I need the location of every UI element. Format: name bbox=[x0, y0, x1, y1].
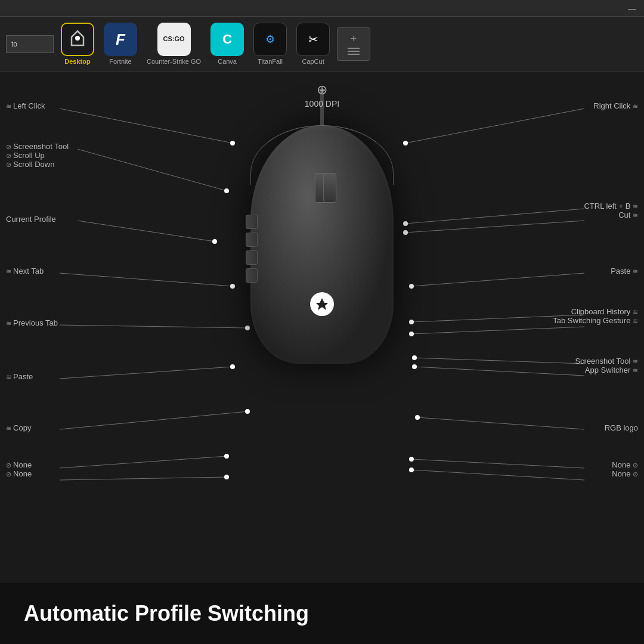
none-right-labels: None ⊘ None ⊘ bbox=[612, 460, 638, 478]
svg-line-3 bbox=[78, 149, 227, 191]
svg-point-22 bbox=[230, 141, 235, 145]
svg-point-35 bbox=[409, 320, 414, 324]
fortnite-icon: F bbox=[104, 23, 137, 56]
fortnite-label: Fortnite bbox=[109, 58, 131, 65]
current-profile-label: Current Profile bbox=[6, 213, 56, 224]
svg-line-5 bbox=[60, 273, 233, 286]
add-profile-button[interactable]: + bbox=[337, 27, 370, 61]
svg-line-8 bbox=[60, 411, 247, 429]
profile-csgo[interactable]: CS:GO Counter-Strike GO bbox=[144, 21, 203, 66]
svg-point-33 bbox=[403, 230, 408, 235]
svg-point-23 bbox=[224, 188, 229, 193]
svg-point-34 bbox=[409, 284, 414, 289]
titanfall-label: TitanFall bbox=[258, 58, 283, 65]
svg-line-10 bbox=[60, 477, 227, 480]
svg-line-7 bbox=[60, 367, 233, 379]
svg-point-40 bbox=[409, 457, 414, 462]
svg-point-26 bbox=[245, 326, 250, 330]
titlebar: — bbox=[0, 0, 644, 17]
rgb-logo-label: RGB logo bbox=[605, 422, 638, 433]
copy-label: ≋ Copy bbox=[6, 422, 31, 433]
svg-point-30 bbox=[224, 475, 229, 479]
canva-label: Canva bbox=[218, 58, 237, 65]
none-left-labels: ⊘ None ⊘ None bbox=[6, 460, 32, 478]
svg-point-28 bbox=[245, 409, 250, 414]
svg-line-2 bbox=[60, 109, 233, 143]
svg-point-36 bbox=[409, 332, 414, 336]
svg-point-37 bbox=[412, 355, 417, 360]
profile-capcut[interactable]: ✂ CapCut bbox=[294, 21, 332, 66]
desktop-icon bbox=[61, 23, 94, 56]
svg-line-4 bbox=[78, 221, 215, 242]
svg-point-27 bbox=[230, 364, 235, 369]
svg-point-38 bbox=[412, 364, 417, 369]
paste-left-label: ≋ Paste bbox=[6, 371, 33, 382]
csgo-label: Counter-Strike GO bbox=[147, 58, 201, 65]
screenshot-appswitcher-labels: Screenshot Tool ≋ App Switcher ≋ bbox=[575, 357, 638, 374]
capcut-icon: ✂ bbox=[296, 23, 330, 56]
svg-line-13 bbox=[405, 221, 584, 233]
svg-point-29 bbox=[224, 454, 229, 459]
svg-line-19 bbox=[417, 417, 584, 429]
svg-point-31 bbox=[403, 141, 408, 145]
svg-line-17 bbox=[414, 358, 584, 364]
ctrl-cut-labels: CTRL left + B ≋ Cut ≋ bbox=[584, 202, 638, 219]
profile-desktop[interactable]: Desktop bbox=[58, 21, 97, 66]
dpi-value: 1000 DPI bbox=[305, 99, 339, 109]
svg-point-25 bbox=[230, 284, 235, 289]
plus-icon: + bbox=[351, 33, 357, 45]
bottom-section: Automatic Profile Switching bbox=[0, 583, 644, 644]
canva-icon: C bbox=[210, 23, 244, 56]
clipboard-tab-labels: Clipboard History ≋ Tab Switching Gestur… bbox=[553, 307, 638, 325]
screenshot-tool-label: ⊘ Screenshot Tool ⊘ Scroll Up ⊘ Scroll D… bbox=[6, 142, 69, 169]
crosshair-icon: ⊕ bbox=[317, 82, 327, 98]
search-input[interactable] bbox=[6, 35, 54, 53]
svg-line-16 bbox=[411, 327, 584, 334]
paste-right-label: Paste ≋ bbox=[611, 265, 638, 276]
svg-line-18 bbox=[414, 367, 584, 376]
next-tab-label: ≋ Next Tab bbox=[6, 265, 44, 276]
right-click-label: Right Click ≋ bbox=[593, 100, 638, 111]
left-click-label: ≋ Left Click bbox=[6, 100, 45, 111]
svg-line-14 bbox=[411, 273, 584, 286]
profile-titanfall[interactable]: ⚙ TitanFall bbox=[251, 21, 289, 66]
auto-profile-title: Automatic Profile Switching bbox=[24, 601, 620, 626]
svg-point-1 bbox=[75, 36, 80, 41]
svg-point-32 bbox=[403, 221, 408, 226]
dpi-display: ⊕ 1000 DPI bbox=[305, 82, 339, 109]
mouse-image bbox=[250, 101, 394, 364]
main-area: ⊕ 1000 DPI bbox=[0, 72, 644, 561]
svg-line-12 bbox=[405, 209, 584, 224]
desktop-label: Desktop bbox=[64, 58, 90, 65]
profile-bar: Desktop F Fortnite CS:GO Counter-Strike … bbox=[0, 17, 644, 72]
profile-fortnite[interactable]: F Fortnite bbox=[101, 21, 140, 66]
svg-point-24 bbox=[212, 239, 217, 244]
svg-line-6 bbox=[60, 325, 247, 328]
profile-canva[interactable]: C Canva bbox=[208, 21, 246, 66]
csgo-icon: CS:GO bbox=[157, 23, 191, 56]
svg-point-41 bbox=[409, 467, 414, 472]
svg-line-21 bbox=[411, 470, 584, 480]
previous-tab-label: ≋ Previous Tab bbox=[6, 317, 58, 328]
svg-line-20 bbox=[411, 459, 584, 468]
svg-point-39 bbox=[415, 415, 420, 420]
minimize-button[interactable]: — bbox=[626, 2, 638, 14]
svg-line-11 bbox=[405, 109, 584, 143]
layers-icon bbox=[348, 48, 360, 55]
titanfall-icon: ⚙ bbox=[253, 23, 287, 56]
svg-line-9 bbox=[60, 456, 227, 468]
capcut-label: CapCut bbox=[302, 58, 324, 65]
